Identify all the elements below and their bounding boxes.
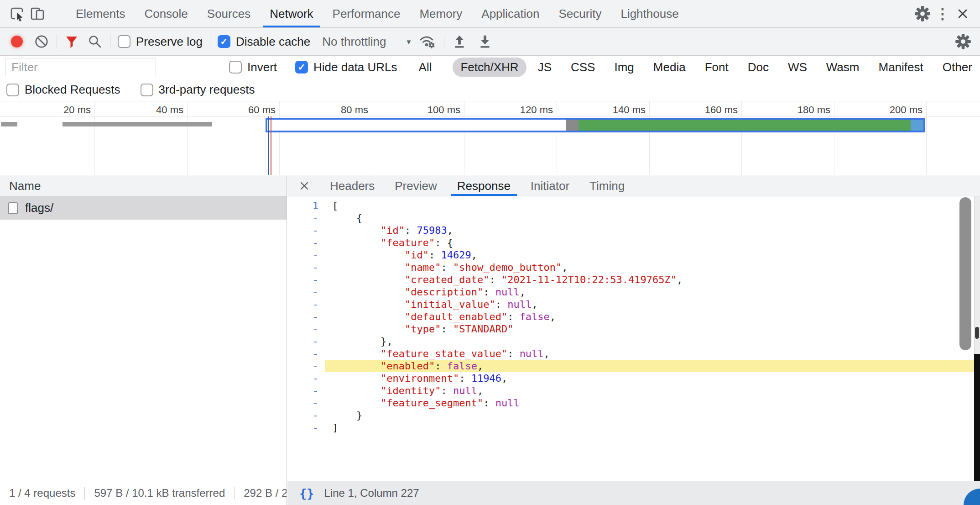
import-har-icon[interactable] [452, 34, 467, 49]
blocked-requests-checkbox[interactable] [6, 84, 19, 96]
preserve-log-label: Preserve log [136, 35, 203, 49]
tab-application[interactable]: Application [472, 0, 549, 27]
token: , [477, 385, 483, 396]
tab-security[interactable]: Security [549, 0, 611, 27]
token: : [483, 286, 495, 298]
code-line: - "created_date": "2021-11-12T10:22:53.4… [287, 274, 974, 286]
divider [110, 34, 110, 49]
tab-elements[interactable]: Elements [66, 0, 135, 27]
token: "feature" [381, 237, 435, 248]
response-scrollbar-thumb[interactable] [959, 197, 971, 350]
code-line: - "id": 14629, [287, 249, 974, 261]
third-party-requests-checkbox[interactable] [141, 84, 153, 96]
inspect-element-icon[interactable] [7, 4, 27, 24]
detail-tab-response[interactable]: Response [447, 176, 521, 196]
divider [234, 487, 235, 500]
detail-tab-headers[interactable]: Headers [320, 176, 385, 196]
tab-memory[interactable]: Memory [410, 0, 472, 27]
type-filter-media[interactable]: Media [646, 58, 693, 77]
network-settings-gear-icon[interactable] [954, 33, 972, 50]
code-line: - "enabled": false, [287, 360, 974, 372]
blocked-requests-label: Blocked Requests [25, 83, 120, 97]
throttling-dropdown[interactable]: No throttling ▼ [322, 35, 412, 49]
type-filter-font[interactable]: Font [697, 58, 736, 77]
filter-funnel-icon[interactable] [64, 34, 79, 49]
disable-cache-checkbox[interactable] [218, 35, 230, 48]
token: : [507, 311, 520, 322]
export-har-icon[interactable] [477, 34, 493, 49]
code-text: "description": null, [325, 286, 974, 298]
clear-network-log-icon[interactable] [34, 34, 49, 49]
type-filter-all[interactable]: All [411, 58, 440, 77]
search-icon[interactable] [87, 34, 103, 49]
main-panel-tabs: ElementsConsoleSourcesNetworkPerformance… [66, 0, 688, 27]
timeline-gridline [94, 101, 95, 175]
token [332, 311, 405, 322]
code-line: - "feature_segment": null [287, 397, 974, 409]
invert-checkbox[interactable] [229, 61, 242, 74]
tab-lighthouse[interactable]: Lighthouse [611, 0, 688, 27]
timeline-tick-label: 160 ms [678, 104, 738, 116]
token: "default_enabled" [405, 311, 507, 322]
tab-sources[interactable]: Sources [198, 0, 260, 27]
code-line: - }, [287, 335, 974, 347]
requests-header[interactable]: Name [0, 176, 287, 196]
type-filter-manifest[interactable]: Manifest [871, 58, 931, 77]
type-filter-other[interactable]: Other [935, 58, 980, 77]
line-gutter: - [287, 249, 325, 261]
network-toolbar: Preserve log Disable cache No throttling… [0, 28, 980, 56]
filter-input[interactable] [5, 58, 156, 76]
token: "feature_segment" [381, 397, 483, 409]
tab-network[interactable]: Network [260, 0, 323, 27]
type-filter-wasm[interactable]: Wasm [818, 58, 867, 77]
detail-tab-timing[interactable]: Timing [579, 176, 635, 196]
preserve-log-checkbox[interactable] [118, 35, 130, 48]
token [332, 262, 405, 273]
network-conditions-icon[interactable] [418, 33, 437, 50]
timeline-gridline [187, 101, 188, 175]
close-detail-icon[interactable] [295, 177, 313, 195]
token: "identity" [381, 385, 441, 396]
token: , [471, 249, 477, 261]
name-column-header[interactable]: Name [9, 179, 41, 193]
pretty-print-braces-icon[interactable]: {} [299, 486, 314, 500]
detail-tab-initiator[interactable]: Initiator [521, 176, 579, 196]
resource-icon [8, 202, 18, 214]
token: } [332, 410, 362, 421]
type-filter-fetch-xhr[interactable]: Fetch/XHR [453, 58, 526, 77]
timeline-tick-label: 20 ms [31, 104, 91, 116]
token: null [453, 385, 477, 396]
type-filter-doc[interactable]: Doc [740, 58, 777, 77]
timeline-gridline [372, 101, 372, 175]
detail-tab-preview[interactable]: Preview [385, 176, 447, 196]
hide-data-urls-checkbox[interactable] [295, 61, 308, 74]
request-row[interactable]: flags/ [0, 196, 287, 220]
tab-performance[interactable]: Performance [323, 0, 410, 27]
type-filter-img[interactable]: Img [606, 58, 641, 77]
line-gutter: - [287, 372, 325, 384]
code-text: "initial_value": null, [325, 298, 974, 310]
bar-segment [579, 120, 911, 131]
token [332, 286, 405, 298]
record-network-log-button[interactable] [11, 36, 23, 47]
token [332, 348, 381, 359]
detail-tabbar: HeadersPreviewResponseInitiatorTiming [287, 176, 980, 196]
kebab-menu-icon[interactable]: ⋮ [933, 4, 953, 24]
tab-console[interactable]: Console [135, 0, 197, 27]
selected-request-bar[interactable] [266, 118, 925, 132]
timeline-tick-label: 100 ms [400, 104, 460, 116]
network-overview-timeline[interactable]: 20 ms40 ms60 ms80 ms100 ms120 ms140 ms16… [0, 101, 980, 175]
close-devtools-icon[interactable] [953, 4, 973, 24]
line-gutter: - [287, 360, 325, 372]
type-filter-ws[interactable]: WS [780, 58, 815, 77]
line-gutter: 1 [287, 200, 325, 212]
response-body-view[interactable]: 1[- {- "id": 75983,- "feature": {- "id":… [287, 196, 974, 481]
type-filter-js[interactable]: JS [530, 58, 559, 77]
device-toolbar-icon[interactable] [27, 4, 47, 24]
summary-item: 1 / 4 requests [9, 487, 75, 500]
token: ] [332, 422, 338, 433]
token: : { [435, 237, 453, 248]
settings-gear-icon[interactable] [912, 4, 933, 24]
type-filter-css[interactable]: CSS [563, 58, 603, 77]
timeline-tick-label: 40 ms [123, 104, 183, 116]
